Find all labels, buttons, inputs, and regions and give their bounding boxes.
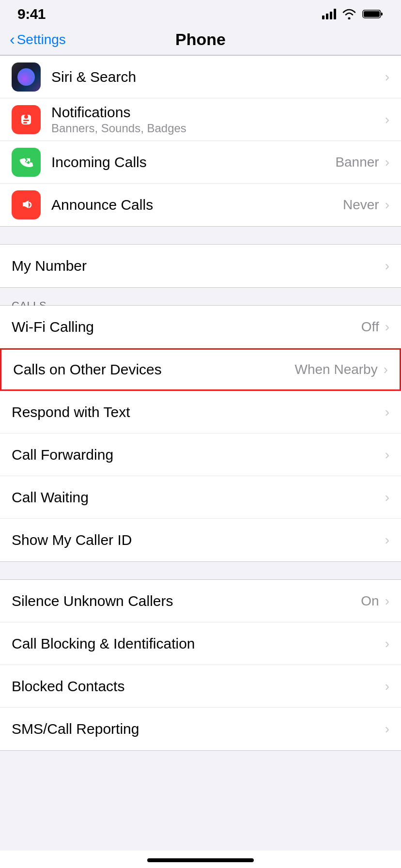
chevron-icon: › — [385, 258, 389, 274]
notifications-row[interactable]: Notifications Banners, Sounds, Badges › — [0, 98, 401, 141]
respond-with-text-row[interactable]: Respond with Text › — [0, 391, 401, 434]
respond-with-text-label: Respond with Text — [12, 404, 383, 420]
show-my-caller-id-label: Show My Caller ID — [12, 532, 383, 548]
home-bar — [147, 858, 254, 862]
status-bar: 9:41 — [0, 0, 401, 26]
wifi-calling-row[interactable]: Wi-Fi Calling Off › — [0, 306, 401, 348]
bottom-padding — [0, 751, 401, 790]
announce-calls-value: Never — [343, 197, 379, 213]
chevron-icon: › — [385, 319, 389, 335]
announce-calls-icon — [12, 190, 41, 219]
calls-on-other-devices-value: When Nearby — [294, 362, 377, 377]
my-number-group: My Number › — [0, 244, 401, 288]
my-number-row[interactable]: My Number › — [0, 245, 401, 287]
blocked-contacts-row[interactable]: Blocked Contacts › — [0, 665, 401, 708]
svg-rect-5 — [23, 120, 29, 121]
siri-icon — [12, 62, 41, 92]
call-forwarding-row[interactable]: Call Forwarding › — [0, 434, 401, 476]
wifi-calling-label: Wi-Fi Calling — [12, 319, 361, 335]
svg-point-4 — [24, 115, 28, 119]
call-waiting-row[interactable]: Call Waiting › — [0, 476, 401, 519]
blocking-section-divider — [0, 562, 401, 579]
notifications-subtitle: Banners, Sounds, Badges — [51, 122, 383, 135]
incoming-calls-label: Incoming Calls — [51, 154, 335, 170]
siri-search-label: Siri & Search — [51, 69, 383, 85]
call-forwarding-label: Call Forwarding — [12, 447, 383, 463]
sms-call-reporting-label: SMS/Call Reporting — [12, 721, 383, 737]
chevron-icon: › — [385, 721, 389, 737]
my-number-label: My Number — [12, 258, 383, 274]
back-label: Settings — [17, 32, 66, 47]
navigation-bar: ‹ Settings Phone — [0, 26, 401, 55]
page-title: Phone — [175, 30, 226, 49]
calls-group: Wi-Fi Calling Off › Calls on Other Devic… — [0, 305, 401, 562]
announce-calls-label: Announce Calls — [51, 197, 343, 213]
announce-calls-row[interactable]: Announce Calls Never › — [0, 184, 401, 226]
back-chevron-icon: ‹ — [10, 31, 15, 47]
svg-rect-2 — [364, 11, 380, 17]
calls-on-other-devices-row[interactable]: Calls on Other Devices When Nearby › — [0, 348, 401, 391]
chevron-icon: › — [385, 679, 389, 694]
wifi-calling-value: Off — [361, 319, 379, 335]
blocked-contacts-label: Blocked Contacts — [12, 678, 383, 695]
chevron-icon: › — [385, 112, 389, 127]
signal-icon — [322, 9, 336, 19]
status-time: 9:41 — [17, 6, 46, 22]
show-my-caller-id-row[interactable]: Show My Caller ID › — [0, 519, 401, 561]
app-settings-group: Siri & Search › Notifications Banners, S… — [0, 55, 401, 227]
chevron-icon: › — [385, 532, 389, 548]
chevron-icon: › — [384, 362, 388, 377]
wifi-icon — [342, 9, 356, 19]
chevron-icon: › — [385, 404, 389, 420]
incoming-calls-row[interactable]: Incoming Calls Banner › — [0, 141, 401, 184]
silence-unknown-callers-value: On — [361, 593, 379, 609]
silence-unknown-callers-label: Silence Unknown Callers — [12, 593, 361, 609]
chevron-icon: › — [385, 155, 389, 170]
chevron-icon: › — [385, 490, 389, 505]
incoming-calls-icon — [12, 148, 41, 177]
blocking-group: Silence Unknown Callers On › Call Blocki… — [0, 579, 401, 751]
notifications-icon — [12, 105, 41, 134]
siri-search-row[interactable]: Siri & Search › — [0, 56, 401, 98]
sms-call-reporting-row[interactable]: SMS/Call Reporting › — [0, 708, 401, 750]
notifications-label: Notifications — [51, 104, 383, 121]
call-blocking-label: Call Blocking & Identification — [12, 636, 383, 652]
chevron-icon: › — [385, 447, 389, 463]
chevron-icon: › — [385, 593, 389, 609]
section-divider — [0, 227, 401, 244]
calls-on-other-devices-label: Calls on Other Devices — [13, 361, 294, 378]
chevron-icon: › — [385, 69, 389, 85]
svg-rect-6 — [23, 122, 27, 124]
battery-icon — [362, 9, 384, 19]
chevron-icon: › — [385, 636, 389, 651]
calls-section-divider: CALLS — [0, 288, 401, 305]
status-icons — [322, 9, 384, 19]
call-waiting-label: Call Waiting — [12, 489, 383, 506]
back-button[interactable]: ‹ Settings — [10, 32, 66, 47]
chevron-icon: › — [385, 197, 389, 213]
silence-unknown-callers-row[interactable]: Silence Unknown Callers On › — [0, 580, 401, 622]
incoming-calls-value: Banner — [335, 155, 379, 170]
svg-rect-1 — [381, 13, 383, 16]
call-blocking-row[interactable]: Call Blocking & Identification › — [0, 622, 401, 665]
home-indicator — [0, 851, 401, 868]
